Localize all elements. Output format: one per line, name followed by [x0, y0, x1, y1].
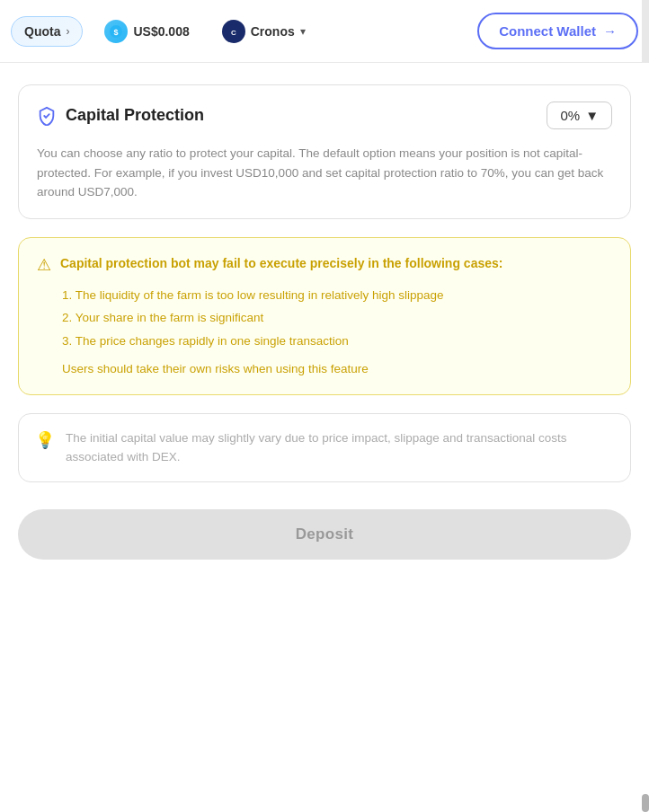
- protection-dropdown-chevron: ▼: [585, 108, 599, 123]
- protection-description: You can choose any ratio to protect your…: [37, 144, 612, 202]
- warning-icon: ⚠: [37, 255, 51, 275]
- protection-title-group: Capital Protection: [37, 106, 204, 126]
- protection-value: 0%: [560, 108, 580, 123]
- warning-note: Users should take their own risks when u…: [62, 360, 612, 378]
- info-text: The initial capital value may slightly v…: [66, 428, 614, 467]
- quota-label: Quota: [24, 24, 60, 39]
- info-card: 💡 The initial capital value may slightly…: [18, 413, 631, 482]
- scrollbar-track[interactable]: [642, 0, 649, 62]
- protection-dropdown[interactable]: 0% ▼: [547, 102, 612, 129]
- warning-list: 1. The liquidity of the farm is too low …: [62, 286, 612, 351]
- chain-icon: C: [222, 20, 245, 43]
- token-price: US$0.008: [133, 24, 189, 39]
- shield-icon: [37, 106, 57, 126]
- chain-name: Cronos: [251, 24, 295, 39]
- quota-button[interactable]: Quota ›: [11, 16, 83, 47]
- price-display: $ US$0.008: [93, 13, 200, 50]
- chain-selector[interactable]: C Cronos ▾: [211, 13, 316, 50]
- svg-text:$: $: [114, 28, 119, 37]
- warning-title: Capital protection bot may fail to execu…: [60, 254, 502, 273]
- page-wrapper: Quota › $ US$0.008 C Cronos ▾ C: [0, 0, 649, 812]
- navbar: Quota › $ US$0.008 C Cronos ▾ C: [0, 0, 649, 63]
- connect-wallet-label: Connect Wallet: [499, 23, 596, 39]
- protection-header: Capital Protection 0% ▼: [37, 102, 612, 129]
- quota-chevron-icon: ›: [66, 25, 69, 38]
- chain-chevron-icon: ▾: [300, 25, 306, 38]
- svg-text:C: C: [231, 29, 236, 37]
- warning-header: ⚠ Capital protection bot may fail to exe…: [37, 254, 612, 275]
- list-item: 2. Your share in the farm is significant: [62, 308, 612, 328]
- deposit-button[interactable]: Deposit: [18, 509, 631, 560]
- connect-wallet-button[interactable]: Connect Wallet →: [477, 13, 638, 49]
- main-content: Capital Protection 0% ▼ You can choose a…: [0, 63, 649, 812]
- lightbulb-icon: 💡: [35, 430, 55, 450]
- warning-card: ⚠ Capital protection bot may fail to exe…: [18, 237, 631, 395]
- protection-title: Capital Protection: [66, 106, 204, 125]
- list-item: 3. The price changes rapidly in one sing…: [62, 331, 612, 351]
- capital-protection-card: Capital Protection 0% ▼ You can choose a…: [18, 84, 631, 219]
- connect-wallet-arrow: →: [603, 23, 617, 39]
- token-icon: $: [104, 20, 128, 43]
- list-item: 1. The liquidity of the farm is too low …: [62, 286, 612, 305]
- scrollbar-bottom[interactable]: [642, 794, 649, 812]
